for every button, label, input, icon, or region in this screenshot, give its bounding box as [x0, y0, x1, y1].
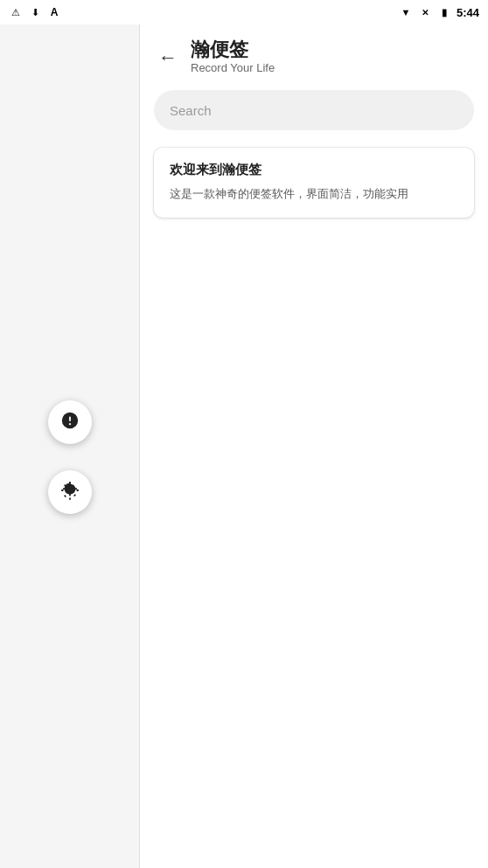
- app-title: 瀚便签: [191, 38, 275, 61]
- alert-icon: [60, 411, 80, 434]
- status-icons-right: ▼ ✕ ▮ 5:44: [399, 5, 479, 19]
- settings-icon: [60, 481, 80, 504]
- time-display: 5:44: [457, 6, 479, 19]
- download-icon: ⬇: [28, 5, 42, 19]
- app-subtitle: Record Your Life: [191, 61, 275, 76]
- status-bar: ⚠ ⬇ A ▼ ✕ ▮ 5:44: [0, 0, 488, 24]
- content-area: ← 瀚便签 Record Your Life 欢迎来到瀚便签 这是一款神奇的便签…: [140, 24, 488, 868]
- alert-fab-button[interactable]: [48, 400, 92, 444]
- status-icons-left: ⚠ ⬇ A: [9, 5, 61, 19]
- signal-icon: ✕: [418, 5, 432, 19]
- a-icon: A: [47, 5, 61, 19]
- header: ← 瀚便签 Record Your Life: [140, 24, 488, 80]
- back-button[interactable]: ←: [154, 44, 182, 72]
- header-title-group: 瀚便签 Record Your Life: [191, 38, 275, 76]
- note-card-title: 欢迎来到瀚便签: [170, 162, 458, 178]
- wifi-icon: ▼: [399, 5, 413, 19]
- note-card[interactable]: 欢迎来到瀚便签 这是一款神奇的便签软件，界面简洁，功能实用: [154, 148, 474, 218]
- settings-fab-button[interactable]: [48, 470, 92, 514]
- warning-icon: ⚠: [9, 5, 23, 19]
- main-layout: ← 瀚便签 Record Your Life 欢迎来到瀚便签 这是一款神奇的便签…: [0, 24, 488, 868]
- back-arrow-icon: ←: [158, 46, 178, 69]
- note-card-body: 这是一款神奇的便签软件，界面简洁，功能实用: [170, 185, 458, 204]
- search-input[interactable]: [154, 90, 474, 130]
- svg-rect-1: [69, 416, 71, 421]
- battery-icon: ▮: [437, 5, 451, 19]
- sidebar: [0, 24, 140, 868]
- search-container: [140, 80, 488, 137]
- svg-point-2: [69, 423, 71, 425]
